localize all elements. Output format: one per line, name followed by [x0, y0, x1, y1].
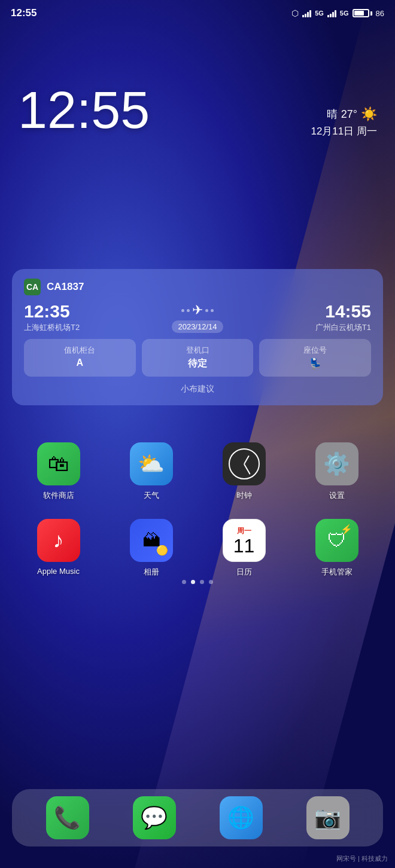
weather-app-item[interactable]: ⛅ 天气 — [127, 442, 175, 501]
app-row-1: 🛍 软件商店 ⛅ 天气 时钟 — [12, 442, 383, 501]
dock-messages[interactable]: 💬 — [133, 796, 176, 839]
settings-app-label: 设置 — [329, 490, 345, 501]
battery-percent: 86 — [376, 9, 384, 18]
apple-music-label: Apple Music — [37, 567, 80, 576]
app-store-icon[interactable]: 🛍 — [37, 442, 80, 485]
browser-icon: 🌐 — [227, 805, 254, 830]
page-dot-1[interactable] — [182, 580, 186, 584]
page-dot-3[interactable] — [200, 580, 204, 584]
calendar-day: 11 — [233, 536, 255, 555]
weather-condition: 晴 — [327, 107, 338, 121]
calendar-app-label: 日历 — [236, 567, 252, 577]
watermark: 网宋号 | 科技威力 — [336, 854, 388, 863]
page-dot-2[interactable] — [191, 580, 195, 584]
weather-date: 12月11日 周一 — [311, 124, 377, 138]
seat-label: 座位号 — [266, 345, 364, 356]
dock-phone[interactable]: 📞 — [46, 796, 89, 839]
arrive-airport: 广州白云机场T1 — [315, 322, 371, 333]
phone-manager-item[interactable]: 🛡 ⚡ 手机管家 — [313, 519, 361, 577]
checkin-value: A — [31, 357, 129, 368]
flight-header: CA CA1837 — [24, 279, 371, 295]
depart-time: 12:35 — [24, 302, 80, 320]
browser-app-icon[interactable]: 🌐 — [220, 796, 263, 839]
calendar-weekday: 周一 — [237, 526, 251, 536]
clock-face — [229, 448, 260, 479]
signal1-bars — [302, 9, 311, 17]
phone-app-icon[interactable]: 📞 — [46, 796, 89, 839]
calendar-app-icon[interactable]: 周一 11 — [223, 519, 266, 562]
settings-app-item[interactable]: ⚙️ 设置 — [313, 442, 361, 501]
flight-number: CA1837 — [47, 281, 84, 293]
page-dot-4[interactable] — [209, 580, 213, 584]
dock-camera[interactable]: 📷 — [306, 796, 350, 839]
photos-app-icon[interactable]: 🏔 🟡 — [130, 519, 173, 562]
checkin-label: 值机柜台 — [31, 345, 129, 356]
flight-route-center: ✈ 2023/12/14 — [172, 302, 223, 333]
clock-app-item[interactable]: 时钟 — [220, 442, 268, 501]
flight-date-badge: 2023/12/14 — [172, 320, 223, 333]
lightning-icon: ⚡ — [341, 524, 353, 535]
battery-icon — [353, 9, 372, 17]
flight-widget[interactable]: CA CA1837 12:35 上海虹桥机场T2 ✈ 2023/12/14 14… — [12, 269, 383, 405]
app-store-label: 软件商店 — [43, 490, 74, 501]
clock-face-container — [223, 442, 266, 485]
clock-minute-hand — [244, 464, 250, 475]
weather-widget: 晴 27° ☀️ 12月11日 周一 — [311, 106, 377, 138]
seat-value: 💺 — [266, 357, 364, 371]
depart-airport: 上海虹桥机场T2 — [24, 322, 80, 333]
xiaobu-suggestion: 小布建议 — [24, 384, 371, 395]
apple-music-icon[interactable]: ♪ — [37, 519, 80, 562]
gate-card: 登机口 待定 — [142, 339, 254, 377]
status-bar: 12:55 ⬡ 5G 5G 86 — [0, 0, 395, 26]
weather-app-label: 天气 — [144, 490, 159, 501]
photos-sun-glyph: 🟡 — [156, 545, 168, 556]
apple-music-item[interactable]: ♪ Apple Music — [35, 519, 83, 577]
settings-app-icon[interactable]: ⚙️ — [315, 442, 358, 485]
signal2-label: 5G — [340, 10, 349, 17]
gate-value: 待定 — [149, 357, 247, 370]
dock: 📞 💬 🌐 📷 — [12, 789, 383, 846]
phone-manager-icon[interactable]: 🛡 ⚡ — [315, 519, 358, 562]
app-grid: 🛍 软件商店 ⛅ 天气 时钟 — [0, 442, 395, 595]
weather-app-icon[interactable]: ⛅ — [130, 442, 173, 485]
camera-app-icon[interactable]: 📷 — [306, 796, 350, 839]
main-clock-display: 12:55 — [18, 84, 150, 136]
flight-times: 12:35 上海虹桥机场T2 ✈ 2023/12/14 14:55 广州白云机场… — [24, 302, 371, 333]
app-row-2: ♪ Apple Music 🏔 🟡 相册 周一 11 日历 � — [12, 519, 383, 577]
airline-logo: CA — [24, 279, 41, 295]
camera-icon: 📷 — [314, 805, 341, 830]
seat-card: 座位号 💺 — [259, 339, 371, 377]
bluetooth-icon: ⬡ — [291, 8, 299, 18]
phone-manager-label: 手机管家 — [321, 567, 353, 577]
plane-icon: ✈ — [192, 302, 203, 318]
messages-app-icon[interactable]: 💬 — [133, 796, 176, 839]
status-time: 12:55 — [11, 7, 37, 19]
settings-gear-icon: ⚙️ — [323, 451, 350, 476]
checkin-desk-card: 值机柜台 A — [24, 339, 136, 377]
music-note-icon: ♪ — [53, 528, 64, 553]
flight-dots: ✈ — [181, 302, 214, 318]
clock-app-label: 时钟 — [236, 490, 252, 501]
clock-hour-hand — [244, 456, 250, 464]
dock-browser[interactable]: 🌐 — [220, 796, 263, 839]
photos-app-item[interactable]: 🏔 🟡 相册 — [127, 519, 175, 577]
arrive-time: 14:55 — [315, 302, 371, 320]
weather-temp: 27° — [341, 108, 357, 121]
main-time: 12:55 — [18, 84, 150, 136]
signal2-bars — [327, 9, 336, 17]
signal1-label: 5G — [315, 10, 324, 17]
weather-sun-icon: ☀️ — [361, 106, 377, 122]
app-store-item[interactable]: 🛍 软件商店 — [35, 442, 83, 501]
status-icons: ⬡ 5G 5G 86 — [291, 8, 384, 18]
calendar-app-item[interactable]: 周一 11 日历 — [220, 519, 268, 577]
page-dots — [0, 580, 395, 584]
gate-label: 登机口 — [149, 345, 247, 356]
photos-app-label: 相册 — [144, 567, 159, 577]
calendar-face: 周一 11 — [223, 519, 266, 562]
messages-icon: 💬 — [141, 805, 168, 830]
arrive-block: 14:55 广州白云机场T1 — [315, 302, 371, 333]
weather-app-glyph: ⛅ — [138, 451, 165, 476]
depart-block: 12:35 上海虹桥机场T2 — [24, 302, 80, 333]
phone-icon: 📞 — [54, 805, 81, 830]
clock-app-icon[interactable] — [223, 442, 266, 485]
